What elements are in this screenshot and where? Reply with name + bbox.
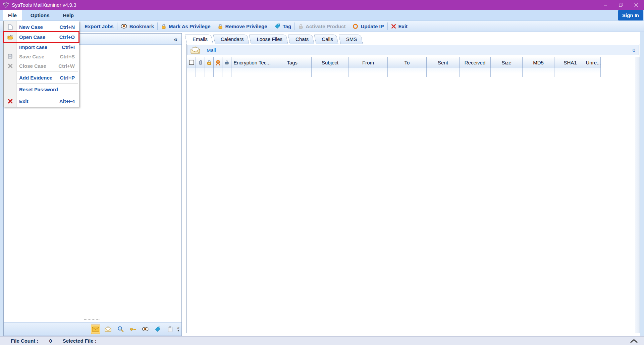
collapse-panel-icon[interactable]: « xyxy=(174,36,177,42)
filter-cell[interactable] xyxy=(231,68,273,77)
eye-icon xyxy=(142,327,149,331)
column-from[interactable]: From xyxy=(349,57,388,68)
tab-sms[interactable]: SMS xyxy=(340,35,363,44)
file-count-label: File Count : xyxy=(11,338,39,344)
filter-cell[interactable] xyxy=(554,68,586,77)
column-subject[interactable]: Subject xyxy=(312,57,349,68)
tag-icon xyxy=(155,326,161,332)
toolbar-separator xyxy=(411,22,411,30)
tab-chats[interactable]: Chats xyxy=(290,35,314,44)
column-md5[interactable]: MD5 xyxy=(523,57,554,68)
new-case-page-icon xyxy=(8,24,13,30)
window-title: SysTools MailXaminer v4.9.3 xyxy=(12,2,76,8)
filter-cell[interactable] xyxy=(312,68,349,77)
menu-item-save-case[interactable]: Save Case Ctrl+S xyxy=(4,52,79,61)
filter-cell[interactable] xyxy=(222,68,231,77)
toolbar-remove-privilege[interactable]: Remove Privilege xyxy=(214,23,271,29)
titlebar: SysTools MailXaminer v4.9.3 xyxy=(0,0,644,10)
column-unread[interactable]: Unre... xyxy=(586,57,601,68)
column-to[interactable]: To xyxy=(388,57,427,68)
toolbar-activate-product[interactable]: Activate Product xyxy=(295,23,349,29)
column-protected[interactable] xyxy=(222,57,231,68)
filter-cell[interactable] xyxy=(586,68,601,77)
menu-item-new-case[interactable]: New Case Ctrl+N xyxy=(4,22,79,32)
encrypted-lock-icon xyxy=(207,60,212,65)
filter-cell[interactable] xyxy=(523,68,554,77)
tab-loose-files[interactable]: Loose Files xyxy=(251,35,288,44)
filter-cell[interactable] xyxy=(187,68,196,77)
protected-lock-icon xyxy=(225,60,229,65)
search-button[interactable] xyxy=(116,325,125,334)
tab-calendars[interactable]: Calendars xyxy=(215,35,249,44)
report-clipboard-button[interactable] xyxy=(165,325,175,334)
key-icon xyxy=(130,327,136,331)
sign-in-button[interactable]: Sign In xyxy=(618,10,643,20)
mail-count: 0 xyxy=(633,47,635,53)
menu-help-label: Help xyxy=(63,12,74,18)
column-tags[interactable]: Tags xyxy=(273,57,312,68)
filter-cell[interactable] xyxy=(427,68,460,77)
menu-item-open-case[interactable]: Open Case Ctrl+O xyxy=(4,32,79,42)
toolbar-export-jobs[interactable]: Export Jobs xyxy=(81,23,117,29)
menu-options[interactable]: Options xyxy=(25,10,55,20)
filter-cell[interactable] xyxy=(388,68,427,77)
menu-item-close-case[interactable]: Close Case Ctrl+W xyxy=(4,61,79,70)
column-sha1[interactable]: SHA1 xyxy=(554,57,586,68)
menu-file[interactable]: File xyxy=(3,10,22,20)
toolbar-mark-as-privilege[interactable]: Mark As Privilege xyxy=(158,23,214,29)
review-eye-button[interactable] xyxy=(141,325,150,334)
menu-item-reset-password[interactable]: Reset Password xyxy=(4,85,79,94)
toolbar-tag[interactable]: Tag xyxy=(271,23,295,29)
update-ip-label: Update IP xyxy=(361,23,384,29)
tag-label: Tag xyxy=(283,23,291,29)
statusbar-collapse-button[interactable] xyxy=(629,339,639,343)
footer-overflow-button[interactable]: » ▾ xyxy=(177,326,179,332)
toolbar-exit[interactable]: Exit xyxy=(388,23,411,29)
filter-cell[interactable] xyxy=(214,68,222,77)
menu-item-exit[interactable]: Exit Alt+F4 xyxy=(4,96,79,106)
column-sent[interactable]: Sent xyxy=(427,57,460,68)
menu-separator xyxy=(17,71,78,72)
menu-item-add-evidence[interactable]: Add Evidence Ctrl+P xyxy=(4,73,79,82)
filter-cell[interactable] xyxy=(196,68,205,77)
save-case-floppy-icon xyxy=(7,54,13,59)
tab-emails[interactable]: Emails xyxy=(187,35,213,44)
file-menu-dropdown: New Case Ctrl+N Open Case Ctrl+O Import … xyxy=(3,21,79,107)
tab-calls[interactable]: Calls xyxy=(316,35,338,44)
column-received[interactable]: Received xyxy=(460,57,491,68)
mail-view-button[interactable] xyxy=(91,325,100,334)
filter-cell[interactable] xyxy=(491,68,523,77)
toolbar-update-ip[interactable]: Update IP xyxy=(349,23,387,29)
search-icon xyxy=(117,326,124,332)
mail-group-bar[interactable]: Mail 0 xyxy=(187,45,639,55)
close-button[interactable] xyxy=(629,0,644,10)
column-size[interactable]: Size xyxy=(491,57,523,68)
column-encryption-technique[interactable]: Encryption Tec... xyxy=(231,57,273,68)
filter-cell[interactable] xyxy=(205,68,214,77)
app-logo-icon xyxy=(3,2,9,8)
column-select[interactable] xyxy=(187,57,196,68)
column-privileged[interactable] xyxy=(214,57,222,68)
mark-as-privilege-label: Mark As Privilege xyxy=(169,23,211,29)
export-mail-button[interactable] xyxy=(103,325,113,334)
exit-x-icon xyxy=(391,24,396,29)
menu-item-import-case[interactable]: Import case Ctrl+I xyxy=(4,42,79,52)
column-attachment[interactable] xyxy=(196,57,205,68)
tag-view-button[interactable] xyxy=(153,325,162,334)
toolbar-bookmark[interactable]: Bookmark xyxy=(117,23,157,29)
splitter-handle[interactable] xyxy=(84,319,100,320)
emails-content: Mail 0 xyxy=(186,44,640,333)
privilege-badge-icon xyxy=(215,60,221,65)
vertical-scrollbar[interactable] xyxy=(635,57,640,333)
close-case-x-icon xyxy=(8,63,13,68)
restore-button[interactable] xyxy=(613,0,629,10)
filter-cell[interactable] xyxy=(273,68,312,77)
bookmark-eye-icon xyxy=(121,24,127,29)
keyword-key-button[interactable] xyxy=(128,325,138,334)
column-encrypted[interactable] xyxy=(205,57,214,68)
select-all-checkbox[interactable] xyxy=(189,60,194,65)
filter-cell[interactable] xyxy=(349,68,388,77)
minimize-button[interactable] xyxy=(598,0,613,10)
menu-help[interactable]: Help xyxy=(58,10,79,20)
filter-cell[interactable] xyxy=(460,68,491,77)
